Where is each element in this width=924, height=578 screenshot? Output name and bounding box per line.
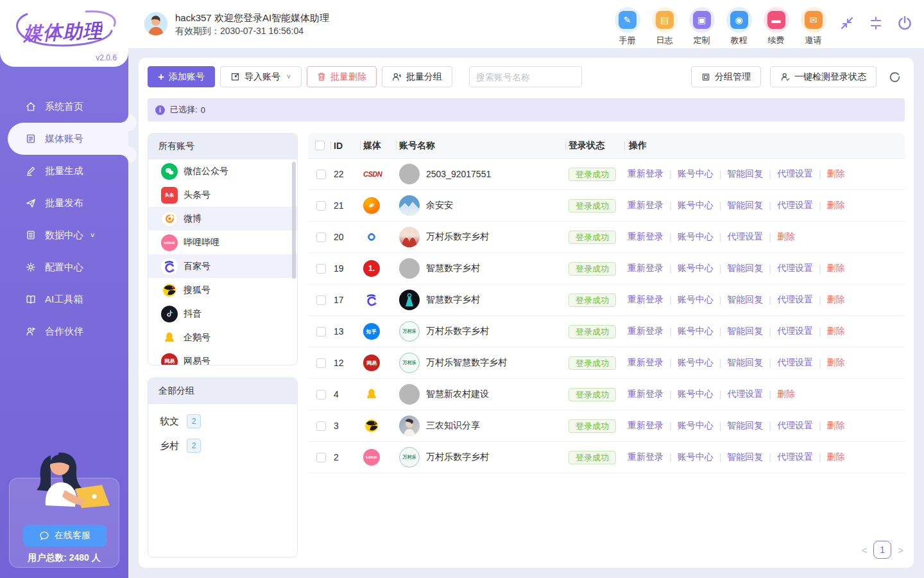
batch-delete-button[interactable]: 批量删除	[307, 66, 377, 87]
sidebar-item-partners[interactable]: 合作伙伴	[0, 315, 128, 347]
action-delete[interactable]: 删除	[827, 263, 845, 274]
power-icon[interactable]	[896, 14, 914, 32]
sidebar-item-batch-publish[interactable]: 批量发布	[0, 187, 128, 219]
action-proxy-settings[interactable]: 代理设置	[777, 200, 813, 211]
action-delete[interactable]: 删除	[827, 451, 845, 463]
quick-action-manual[interactable]: ✎手册	[613, 7, 642, 46]
action-delete[interactable]: 删除	[827, 357, 845, 369]
group-manage-button[interactable]: 分组管理	[691, 66, 761, 87]
action-relogin[interactable]: 重新登录	[628, 420, 663, 432]
action-relogin[interactable]: 重新登录	[628, 294, 663, 306]
online-service-button[interactable]: 在线客服	[23, 525, 107, 547]
action-account-center[interactable]: 账号中心	[678, 263, 714, 274]
quick-action-logs[interactable]: ▤日志	[650, 7, 679, 46]
quick-action-custom[interactable]: ▣定制	[687, 7, 716, 46]
sidebar-item-media-accounts[interactable]: 媒体账号	[8, 123, 128, 155]
action-proxy-settings[interactable]: 代理设置	[777, 263, 813, 274]
action-account-center[interactable]: 账号中心	[678, 420, 714, 432]
action-relogin[interactable]: 重新登录	[628, 326, 663, 337]
account-type-baijiahao[interactable]: 百家号	[148, 254, 297, 278]
quick-action-tutorial[interactable]: ◉教程	[724, 7, 753, 46]
scrollbar-thumb[interactable]	[292, 162, 296, 279]
action-delete[interactable]: 删除	[827, 200, 845, 211]
account-type-qie[interactable]: 企鹅号	[148, 326, 297, 349]
action-account-center[interactable]: 账号中心	[678, 326, 714, 337]
sidebar-item-data-center[interactable]: 数据中心∨	[0, 219, 128, 251]
action-smart-reply[interactable]: 智能回复	[727, 326, 763, 337]
add-account-button[interactable]: + 添加账号	[148, 66, 215, 87]
group-item-0[interactable]: 软文2	[148, 409, 297, 434]
action-account-center[interactable]: 账号中心	[678, 451, 714, 463]
sidebar-item-ai-toolbox[interactable]: AI工具箱	[0, 283, 128, 315]
sidebar-item-config-center[interactable]: 配置中心	[0, 251, 128, 283]
action-proxy-settings[interactable]: 代理设置	[777, 326, 813, 337]
quick-action-invite[interactable]: ✉邀请	[799, 7, 828, 46]
action-relogin[interactable]: 重新登录	[628, 231, 663, 243]
row-checkbox[interactable]	[316, 327, 326, 337]
action-delete[interactable]: 删除	[777, 389, 795, 400]
action-proxy-settings[interactable]: 代理设置	[727, 231, 763, 243]
action-relogin[interactable]: 重新登录	[628, 389, 663, 400]
prev-page-arrow[interactable]: <	[861, 545, 867, 556]
action-relogin[interactable]: 重新登录	[628, 451, 663, 463]
action-account-center[interactable]: 账号中心	[678, 357, 714, 369]
check-login-status-button[interactable]: 一键检测登录状态	[770, 66, 877, 87]
row-checkbox[interactable]	[316, 264, 326, 274]
row-checkbox[interactable]	[316, 232, 326, 242]
row-checkbox[interactable]	[316, 390, 326, 399]
action-proxy-settings[interactable]: 代理设置	[777, 451, 813, 463]
action-smart-reply[interactable]: 智能回复	[727, 294, 763, 306]
batch-group-button[interactable]: 批量分组	[382, 66, 452, 87]
current-page-button[interactable]: 1	[873, 541, 891, 559]
action-relogin[interactable]: 重新登录	[628, 357, 663, 369]
row-checkbox[interactable]	[316, 453, 326, 462]
action-delete[interactable]: 删除	[777, 231, 795, 243]
action-relogin[interactable]: 重新登录	[628, 200, 663, 211]
sidebar-item-home[interactable]: 系统首页	[0, 91, 128, 123]
select-all-checkbox[interactable]	[315, 141, 325, 150]
action-proxy-settings[interactable]: 代理设置	[777, 420, 813, 432]
next-page-arrow[interactable]: >	[898, 545, 903, 556]
action-account-center[interactable]: 账号中心	[678, 200, 714, 211]
account-type-weibo[interactable]: 微博	[148, 207, 297, 231]
action-proxy-settings[interactable]: 代理设置	[777, 294, 813, 306]
account-type-sohu[interactable]: 搜狐号	[148, 278, 297, 302]
action-delete[interactable]: 删除	[827, 294, 845, 306]
action-proxy-settings[interactable]: 代理设置	[777, 357, 813, 369]
action-account-center[interactable]: 账号中心	[678, 168, 714, 180]
collapse-window-icon[interactable]	[867, 14, 885, 32]
action-delete[interactable]: 删除	[827, 420, 845, 432]
account-type-douyin[interactable]: 抖音	[148, 302, 297, 326]
group-item-1[interactable]: 乡村2	[148, 434, 297, 458]
account-type-bilibili[interactable]: bilibili哔哩哔哩	[148, 231, 297, 254]
action-smart-reply[interactable]: 智能回复	[727, 451, 763, 463]
shrink-window-icon[interactable]	[838, 14, 856, 32]
action-account-center[interactable]: 账号中心	[678, 294, 714, 306]
action-smart-reply[interactable]: 智能回复	[727, 263, 763, 274]
row-checkbox[interactable]	[316, 201, 326, 211]
row-checkbox[interactable]	[316, 421, 326, 431]
action-smart-reply[interactable]: 智能回复	[727, 420, 763, 432]
search-input[interactable]	[470, 72, 582, 82]
sidebar-item-batch-generate[interactable]: 批量生成	[0, 155, 128, 187]
action-proxy-settings[interactable]: 代理设置	[727, 389, 763, 400]
action-relogin[interactable]: 重新登录	[628, 168, 663, 180]
quick-action-renew[interactable]: ▬续费	[762, 7, 791, 46]
action-delete[interactable]: 删除	[827, 168, 845, 180]
row-checkbox[interactable]	[316, 170, 326, 179]
row-checkbox[interactable]	[316, 295, 326, 305]
action-smart-reply[interactable]: 智能回复	[727, 200, 763, 211]
account-type-wechat-mp[interactable]: 微信公众号	[148, 159, 297, 183]
action-delete[interactable]: 删除	[827, 326, 845, 337]
action-smart-reply[interactable]: 智能回复	[727, 357, 763, 369]
action-account-center[interactable]: 账号中心	[678, 389, 714, 400]
account-type-wangyi[interactable]: 网易网易号	[148, 349, 297, 365]
action-proxy-settings[interactable]: 代理设置	[777, 168, 813, 180]
account-type-toutiao[interactable]: 头条头条号	[148, 183, 297, 207]
import-account-button[interactable]: 导入账号 ∨	[220, 66, 302, 87]
action-relogin[interactable]: 重新登录	[628, 263, 663, 274]
action-account-center[interactable]: 账号中心	[678, 231, 714, 243]
refresh-icon[interactable]	[886, 68, 903, 86]
row-checkbox[interactable]	[316, 358, 326, 368]
action-smart-reply[interactable]: 智能回复	[727, 168, 763, 180]
